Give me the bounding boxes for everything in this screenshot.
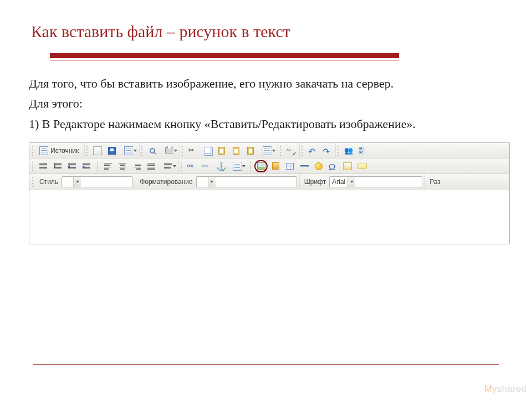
table-button[interactable] <box>283 160 296 172</box>
paragraph-2: Для этого: <box>29 95 503 112</box>
align-left-icon <box>104 163 112 170</box>
numbered-list-icon <box>39 163 47 168</box>
outdent-icon <box>68 163 76 168</box>
unlink-button[interactable]: ⚯ <box>200 160 213 172</box>
align-center-icon <box>119 163 126 170</box>
toolbar-grip <box>32 161 34 172</box>
bulleted-list-button[interactable] <box>51 160 64 172</box>
paste-word-button[interactable] <box>244 145 257 157</box>
new-doc-icon <box>93 146 102 155</box>
paste-button[interactable] <box>215 145 228 157</box>
special-char-button[interactable]: Ω <box>326 160 340 172</box>
replace-button[interactable]: abac <box>356 145 370 157</box>
print-button[interactable] <box>160 145 178 157</box>
templates-button[interactable] <box>120 145 137 157</box>
smiley-button[interactable] <box>312 160 325 172</box>
paragraph-3: 1) В Редакторе нажимаем кнопку «Вставить… <box>29 116 503 132</box>
size-label: Раз <box>426 178 443 186</box>
indent-icon <box>83 163 90 168</box>
link-icon: ⚯ <box>187 162 196 171</box>
page-icon <box>343 162 352 170</box>
table-icon <box>286 163 294 170</box>
title-divider <box>50 53 399 60</box>
toolbar-grip <box>96 161 99 172</box>
font-select[interactable]: Arial <box>329 176 422 187</box>
print-icon <box>165 147 173 154</box>
link-more-button[interactable] <box>228 160 246 172</box>
copy-icon <box>204 147 211 154</box>
outdent-button[interactable] <box>65 160 79 172</box>
save-icon <box>108 147 116 155</box>
watermark-part-a: My <box>484 383 497 394</box>
slide-body: Для того, что бы вставить изображение, е… <box>29 75 503 132</box>
dropdown-icon <box>271 147 276 155</box>
redo-button[interactable] <box>320 145 334 157</box>
redo-icon <box>323 146 331 155</box>
bulleted-list-icon <box>54 163 62 168</box>
toolbar-row-3: Стиль Форматирование Шрифт Arial <box>29 174 509 190</box>
insert-image-button[interactable] <box>254 160 268 172</box>
style-select[interactable] <box>62 176 132 187</box>
spellcheck-button[interactable] <box>284 145 298 157</box>
style-label: Стиль <box>36 178 60 186</box>
omega-icon: Ω <box>329 162 337 171</box>
smiley-icon <box>315 162 323 170</box>
preview-button[interactable] <box>146 145 159 157</box>
format-label: Форматирование <box>136 178 195 186</box>
anchor-button[interactable]: ⚓ <box>214 160 227 172</box>
flash-icon <box>272 162 279 170</box>
format-select[interactable] <box>196 176 297 187</box>
cut-icon: ✂ <box>188 146 197 155</box>
doc-icon <box>263 146 272 155</box>
dropdown-icon <box>132 147 137 155</box>
watermark-part-b: shared <box>497 383 526 394</box>
watermark: Myshared <box>484 383 526 395</box>
undo-icon <box>308 146 317 155</box>
align-right-button[interactable] <box>130 160 144 172</box>
toolbar-grip <box>180 161 183 172</box>
source-button[interactable]: Источник <box>37 145 83 157</box>
align-justify-button[interactable] <box>145 160 158 172</box>
dropdown-icon <box>173 147 178 155</box>
document-icon <box>39 146 48 155</box>
toolbar-grip <box>181 145 184 156</box>
new-button[interactable] <box>91 145 104 157</box>
page-button[interactable] <box>341 160 354 172</box>
paste-word-icon <box>247 147 254 155</box>
toolbar-row-1: Источник ✂ <box>29 143 509 158</box>
copy-button[interactable] <box>201 145 214 157</box>
indent-button[interactable] <box>80 160 93 172</box>
toolbar-grip <box>86 145 89 156</box>
slide-title: Как вставить файл – рисунок в текст <box>29 22 503 41</box>
dropdown-icon <box>73 177 81 187</box>
paste-icon <box>218 147 225 155</box>
dropdown-icon <box>172 162 177 170</box>
paste-text-button[interactable] <box>229 145 243 157</box>
dropdown-icon <box>208 177 216 187</box>
find-button[interactable] <box>342 145 355 157</box>
align-left-button[interactable] <box>101 160 115 172</box>
paste-plain-icon <box>233 147 239 155</box>
align-icon <box>164 163 172 168</box>
clipboard-more-button[interactable] <box>258 145 276 157</box>
toolbar-grip <box>279 145 282 156</box>
replace-icon: abac <box>359 146 367 155</box>
align-center-button[interactable] <box>116 160 129 172</box>
editor-content-area[interactable] <box>29 190 509 244</box>
align-more-button[interactable] <box>159 160 177 172</box>
undo-button[interactable] <box>306 145 319 157</box>
paragraph-1: Для того, что бы вставить изображение, е… <box>29 75 503 92</box>
toolbar-grip <box>32 145 34 156</box>
editor-screenshot: Источник ✂ <box>29 142 510 244</box>
toolbar-row-2: ⚯ ⚯ ⚓ Ω <box>29 158 509 174</box>
align-right-icon <box>133 163 141 170</box>
cut-button[interactable]: ✂ <box>186 145 200 157</box>
numbered-list-button[interactable] <box>37 160 50 172</box>
horizontal-rule-button[interactable] <box>298 160 311 172</box>
image-icon <box>257 162 265 170</box>
save-button[interactable] <box>105 145 119 157</box>
keyboard-button[interactable] <box>355 160 369 172</box>
flash-button[interactable] <box>269 160 282 172</box>
toolbar-grip <box>32 176 34 187</box>
link-button[interactable]: ⚯ <box>185 160 198 172</box>
